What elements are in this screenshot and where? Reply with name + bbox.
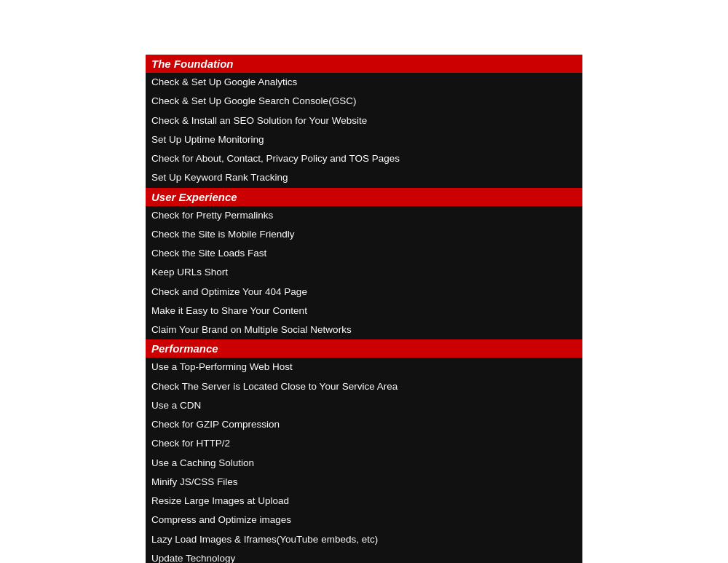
list-item: Check for About, Contact, Privacy Policy… (146, 149, 582, 168)
list-item: Check for HTTP/2 (146, 434, 582, 453)
list-item: Set Up Uptime Monitoring (146, 130, 582, 149)
section-items-foundation: Check & Set Up Google AnalyticsCheck & S… (146, 73, 582, 188)
list-item: Use a Caching Solution (146, 454, 582, 473)
section-items-performance: Use a Top-Performing Web HostCheck The S… (146, 358, 582, 563)
section-items-user-experience: Check for Pretty PermalinksCheck the Sit… (146, 206, 582, 340)
list-item: Claim Your Brand on Multiple Social Netw… (146, 320, 582, 339)
list-item: Minify JS/CSS Files (146, 473, 582, 492)
section-header-user-experience: User Experience (146, 188, 582, 206)
list-item: Check The Server is Located Close to You… (146, 377, 582, 396)
list-item: Check and Optimize Your 404 Page (146, 283, 582, 302)
list-item: Check & Set Up Google Analytics (146, 73, 582, 92)
list-item: Update Technology (146, 549, 582, 563)
list-item: Make it Easy to Share Your Content (146, 302, 582, 320)
section-header-performance: Performance (146, 339, 582, 358)
list-item: Use a CDN (146, 396, 582, 415)
list-item: Check the Site Loads Fast (146, 244, 582, 263)
list-item: Check & Install an SEO Solution for Your… (146, 111, 582, 130)
list-item: Resize Large Images at Upload (146, 492, 582, 511)
list-item: Set Up Keyword Rank Tracking (146, 168, 582, 187)
list-item: Check for GZIP Compression (146, 415, 582, 434)
list-item: Check for Pretty Permalinks (146, 206, 582, 225)
list-item: Lazy Load Images & Iframes(YouTube embed… (146, 530, 582, 549)
list-item: Use a Top-Performing Web Host (146, 358, 582, 377)
list-item: Compress and Optimize images (146, 511, 582, 529)
list-item: Check the Site is Mobile Friendly (146, 225, 582, 244)
list-item: Check & Set Up Google Search Console(GSC… (146, 92, 582, 111)
list-item: Keep URLs Short (146, 263, 582, 282)
checklist-container: The FoundationCheck & Set Up Google Anal… (146, 55, 582, 563)
section-header-foundation: The Foundation (146, 55, 582, 73)
